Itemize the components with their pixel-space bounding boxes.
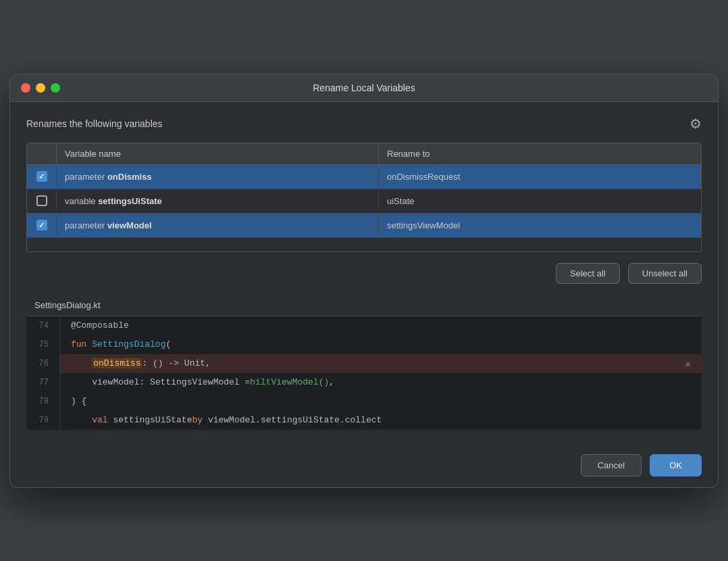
checkbox-2[interactable]	[36, 220, 47, 230]
comma-77: ,	[329, 377, 334, 387]
line-code-75: fun SettingsDialog(	[60, 335, 702, 354]
indent-79	[71, 415, 92, 425]
close-highlight-icon[interactable]: ✕	[685, 358, 691, 369]
var-name-cell-2: parameter viewModel	[57, 216, 379, 235]
kw-fun-75: fun	[71, 339, 92, 349]
code-body: 74 @Composable 75 fun SettingsDialog( 76	[26, 316, 702, 430]
code-line-76: 76 onDismiss: () -> Unit, ✕	[26, 354, 702, 373]
hilt-call: hiltViewModel()	[250, 377, 329, 387]
by-kw: by	[192, 415, 207, 425]
var-name-header: Variable name	[57, 143, 379, 164]
table-header: Variable name Rename to	[27, 143, 701, 165]
line-code-78: ) {	[60, 392, 702, 411]
table-row[interactable]: variable settingsUiState uiState	[27, 189, 701, 214]
type-word-2: parameter	[65, 220, 107, 230]
gear-icon[interactable]: ⚙	[690, 116, 702, 132]
line-code-79: val settingsUiState by viewModel.setting…	[60, 411, 702, 430]
header-row: Renames the following variables ⚙	[26, 116, 702, 132]
select-all-button[interactable]: Select all	[556, 263, 620, 284]
line-num-76: 76	[26, 354, 60, 373]
param-ondismiss: onDismiss	[92, 358, 142, 368]
dialog-title: Rename Local Variables	[313, 82, 415, 93]
checkbox-cell-1[interactable]	[27, 191, 57, 210]
brace-78: ) {	[71, 396, 86, 406]
empty-row	[27, 238, 701, 251]
indent-76	[71, 358, 92, 368]
checkbox-cell-2[interactable]	[27, 216, 57, 235]
rename-to-header: Rename to	[379, 143, 701, 164]
action-buttons: Cancel OK	[10, 443, 718, 487]
line-code-74: @Composable	[60, 316, 702, 335]
bold-name-2: viewModel	[107, 220, 152, 230]
bold-name-1: settingsUiState	[98, 196, 162, 206]
code-line-75: 75 fun SettingsDialog(	[26, 335, 702, 354]
maximize-button[interactable]	[51, 83, 60, 93]
code-section: SettingsDialog.kt 74 @Composable 75 fun …	[26, 295, 702, 430]
code-filename: SettingsDialog.kt	[26, 295, 702, 316]
rename-to-cell-2: settingsViewModel	[379, 216, 701, 235]
renames-label: Renames the following variables	[26, 118, 163, 129]
rename-to-value-0: onDismissRequest	[387, 172, 460, 182]
line-num-75: 75	[26, 335, 60, 354]
rename-to-cell-0: onDismissRequest	[379, 168, 701, 186]
code-line-74: 74 @Composable	[26, 316, 702, 335]
var-name-cell-1: variable settingsUiState	[57, 192, 379, 210]
fn-name-75: SettingsDialog	[92, 339, 165, 349]
table-row[interactable]: parameter viewModel settingsViewModel	[27, 214, 701, 238]
code-79: settingsUiState	[113, 415, 192, 425]
checkbox-1[interactable]	[36, 195, 47, 206]
val-kw: val	[92, 415, 113, 425]
select-buttons-row: Select all Unselect all	[26, 263, 702, 284]
ok-button[interactable]: OK	[650, 454, 702, 477]
type-word-1: variable	[65, 196, 98, 206]
minimize-button[interactable]	[36, 83, 45, 93]
cancel-button[interactable]: Cancel	[581, 454, 642, 477]
close-button[interactable]	[21, 83, 30, 93]
code-line-77: 77 viewModel: SettingsViewModel = hiltVi…	[26, 373, 702, 392]
line-num-79: 79	[26, 411, 60, 430]
variables-table: Variable name Rename to parameter onDism…	[26, 143, 702, 252]
paren-75: (	[165, 339, 171, 349]
unselect-all-button[interactable]: Unselect all	[628, 263, 702, 284]
rename-to-cell-1: uiState	[379, 192, 701, 210]
annotation-74: @Composable	[71, 320, 129, 331]
rename-to-value-1: uiState	[387, 196, 414, 206]
vm-ref: viewModel.settingsUiState.collect	[208, 415, 382, 425]
rename-to-value-2: settingsViewModel	[387, 220, 460, 230]
type-word-0: parameter	[65, 172, 107, 182]
title-bar: Rename Local Variables	[10, 74, 718, 102]
dialog-body: Renames the following variables ⚙ Variab…	[10, 102, 718, 443]
var-name-cell-0: parameter onDismiss	[57, 168, 379, 186]
traffic-lights	[21, 83, 60, 93]
line-num-74: 74	[26, 316, 60, 335]
bold-name-0: onDismiss	[107, 172, 152, 182]
rename-dialog: Rename Local Variables Renames the follo…	[9, 74, 719, 488]
code-line-79: 79 val settingsUiState by viewModel.sett…	[26, 411, 702, 430]
line-num-78: 78	[26, 392, 60, 411]
colon-76: : () -> Unit,	[142, 358, 210, 368]
indent-77: viewModel: SettingsViewModel =	[71, 377, 250, 387]
checkbox-0[interactable]	[36, 171, 47, 182]
code-line-78: 78 ) {	[26, 392, 702, 411]
line-code-77: viewModel: SettingsViewModel = hiltViewM…	[60, 373, 702, 392]
line-num-77: 77	[26, 373, 60, 392]
checkbox-header-cell	[27, 143, 57, 164]
table-row[interactable]: parameter onDismiss onDismissRequest	[27, 165, 701, 189]
line-code-76: onDismiss: () -> Unit, ✕	[60, 354, 702, 373]
checkbox-cell-0[interactable]	[27, 167, 57, 186]
